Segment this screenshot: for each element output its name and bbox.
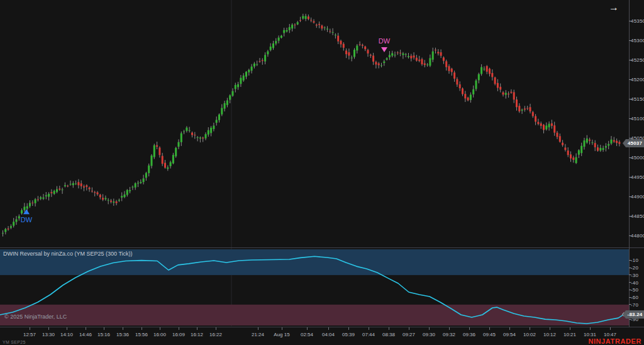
- time-axis-tick: [48, 327, 49, 330]
- candle-body: [145, 173, 147, 178]
- candle-body: [294, 25, 296, 25]
- time-axis-label: 15:16: [97, 332, 110, 337]
- candle-body: [153, 145, 155, 157]
- scroll-to-latest-icon[interactable]: →: [606, 1, 621, 14]
- candle-body: [378, 64, 380, 65]
- candle-body: [356, 45, 358, 50]
- candle-body: [256, 64, 258, 65]
- candle-body: [386, 59, 388, 60]
- candle-body: [226, 100, 228, 105]
- candle-body: [283, 30, 285, 33]
- candle-body: [56, 189, 58, 191]
- candle-body: [486, 66, 488, 72]
- candle-body: [137, 183, 139, 183]
- candle-body: [532, 112, 534, 116]
- candle-body: [572, 157, 574, 160]
- time-axis-label: 10:47: [604, 332, 616, 337]
- candle-body: [456, 79, 458, 85]
- time-axis-tick: [86, 327, 86, 330]
- time-axis-label: 16:00: [153, 332, 166, 337]
- candle-body: [370, 55, 372, 55]
- candle-body: [267, 52, 269, 55]
- candle-body: [183, 132, 185, 132]
- candle-body: [232, 91, 234, 96]
- candle-body: [448, 66, 450, 71]
- candle-body: [521, 110, 523, 111]
- candle-body: [216, 120, 218, 123]
- time-axis-label: 02:54: [301, 332, 313, 337]
- candle-body: [491, 73, 493, 77]
- candle-body: [345, 50, 347, 54]
- candle-body: [324, 27, 326, 28]
- price-axis-label: 45200: [631, 77, 644, 82]
- candle-body: [140, 182, 142, 183]
- time-axis-tick: [590, 327, 591, 330]
- candle-body: [524, 108, 526, 110]
- candle-body: [553, 125, 555, 133]
- candle-body: [40, 197, 42, 198]
- time-axis-label: 10:21: [564, 332, 576, 337]
- candle-body: [518, 106, 520, 111]
- candle-body: [178, 142, 180, 147]
- ninjatrader-chart-window: DWDW → 453504530045250452004515045100450…: [0, 0, 644, 345]
- time-axis-label: 10:31: [584, 332, 596, 337]
- candle-body: [499, 87, 501, 90]
- candle-body: [289, 27, 291, 30]
- candle-body: [83, 186, 85, 188]
- time-axis-tick: [216, 327, 216, 330]
- candle-body: [302, 16, 304, 18]
- candle-body: [305, 16, 307, 19]
- candle-body: [380, 65, 382, 66]
- candle-body: [45, 195, 47, 196]
- candle-body: [72, 183, 74, 185]
- instrument-tab[interactable]: YM SEP25: [3, 340, 26, 344]
- candle-body: [86, 185, 87, 186]
- candle-body: [389, 55, 391, 57]
- time-axis[interactable]: YM SEP25 NINJATRADER 12:5713:3014:1014:4…: [0, 327, 644, 345]
- candle-body: [313, 21, 315, 23]
- time-axis-tick: [179, 327, 179, 330]
- time-axis-label: 09:27: [402, 332, 415, 337]
- candle-body: [158, 147, 160, 155]
- candle-body: [557, 133, 558, 137]
- time-axis-label: 21:24: [252, 332, 264, 337]
- candle-body: [353, 50, 355, 57]
- price-axis-label: 45250: [631, 57, 644, 63]
- candle-body: [170, 162, 172, 166]
- time-axis-label: 08:38: [382, 332, 395, 337]
- candle-body: [429, 58, 431, 65]
- candle-body: [367, 50, 369, 54]
- candle-body: [124, 195, 126, 197]
- time-axis-label: 09:30: [423, 332, 435, 337]
- candle-body: [383, 62, 385, 63]
- candle-body: [478, 74, 480, 81]
- candle-body: [459, 84, 461, 88]
- candle-body: [505, 93, 507, 94]
- candle-body: [310, 20, 312, 21]
- candle-body: [483, 69, 485, 69]
- candle-body: [48, 194, 50, 197]
- candle-body: [23, 206, 25, 210]
- candle-body: [402, 54, 404, 55]
- candle-body: [611, 140, 613, 144]
- time-axis-label: Aug 15: [274, 332, 289, 337]
- candle-body: [418, 60, 420, 61]
- candle-body: [584, 140, 586, 147]
- candle-body: [308, 16, 309, 19]
- time-axis-tick: [197, 327, 197, 330]
- candle-body: [91, 191, 93, 191]
- candle-body: [208, 130, 209, 135]
- chart-canvas[interactable]: DWDW: [0, 0, 644, 327]
- price-axis-label: 44950: [631, 174, 644, 180]
- time-axis-label: 09:45: [483, 332, 496, 337]
- candle-body: [186, 128, 187, 131]
- price-axis-label: 45150: [631, 96, 644, 102]
- candle-body: [510, 92, 512, 93]
- time-axis-tick: [429, 327, 430, 330]
- price-axis-label: 44900: [631, 194, 644, 200]
- candle-body: [156, 145, 158, 147]
- candle-body: [213, 126, 214, 129]
- candle-body: [248, 70, 250, 72]
- candle-body: [316, 25, 318, 25]
- time-axis-tick: [610, 327, 611, 330]
